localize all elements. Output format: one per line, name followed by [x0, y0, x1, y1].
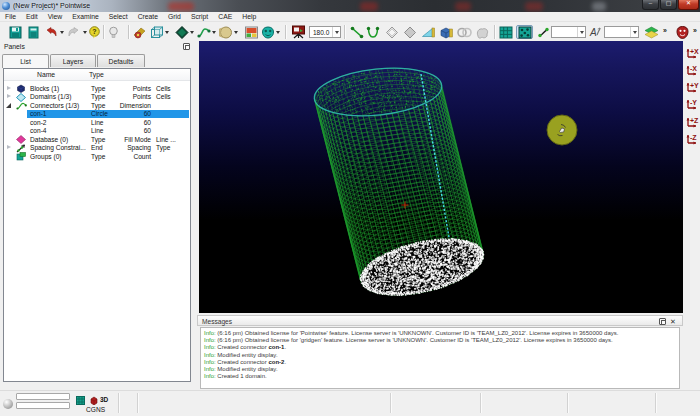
- connector-dimension-button[interactable]: [536, 25, 550, 39]
- log-entry: Info: Modified entity display.: [204, 366, 679, 373]
- two-point-connector-button[interactable]: [349, 25, 364, 39]
- collapse-icon[interactable]: [6, 103, 12, 109]
- menu-file[interactable]: File: [0, 12, 21, 22]
- shade-mode-dropdown[interactable]: [189, 25, 195, 39]
- menu-edit[interactable]: Edit: [21, 12, 43, 22]
- tree-row-database-0[interactable]: Database (0)TypeFill ModeLine ...: [4, 135, 190, 144]
- toolbar-overflow-chevron[interactable]: »: [693, 27, 697, 34]
- view-minus-z-button[interactable]: -Z: [684, 131, 699, 146]
- display-attributes-button[interactable]: [132, 25, 147, 39]
- tree-cell-name: Connectors (1/3): [30, 102, 79, 109]
- redo-button[interactable]: [66, 25, 82, 39]
- log-level: Info:: [204, 330, 217, 336]
- tree-cell-name: con-1: [30, 110, 47, 117]
- float-panel-icon[interactable]: [183, 43, 190, 50]
- view-minus-y-button[interactable]: -Y: [684, 96, 699, 111]
- svg-text:-Z: -Z: [690, 134, 697, 141]
- expand-icon[interactable]: [6, 86, 12, 92]
- rotation-angle-combo[interactable]: 180.0: [309, 26, 341, 38]
- column-header-name[interactable]: Name: [37, 71, 55, 78]
- chevron-down-icon[interactable]: [332, 27, 340, 37]
- view-minus-x-button[interactable]: -X: [684, 61, 699, 76]
- tree-row-connectors-1-3[interactable]: Connectors (1/3)TypeDimension: [4, 101, 190, 110]
- tree-row-blocks-1[interactable]: Blocks (1)TypePointsCells: [4, 84, 190, 93]
- menu-examine[interactable]: Examine: [67, 12, 103, 22]
- tree-row-groups-0[interactable]: Groups (0)TypeCount: [4, 152, 190, 161]
- solid-rings-button[interactable]: [456, 25, 473, 39]
- tree-row-con-1[interactable]: con-1Circle60: [4, 110, 190, 119]
- entity-sphere-dropdown[interactable]: [233, 25, 239, 39]
- chevron-down-icon[interactable]: [577, 27, 585, 37]
- display-mask-dropdown[interactable]: [275, 25, 281, 39]
- menu-help[interactable]: Help: [237, 12, 261, 22]
- entity-mask-button[interactable]: [675, 25, 689, 39]
- menu-cae[interactable]: CAE: [213, 12, 237, 22]
- messages-log[interactable]: Info: (6:16 pm) Obtained license for 'Po…: [200, 327, 680, 389]
- assemble-domain-button[interactable]: [420, 25, 437, 39]
- view-manager-dropdown[interactable]: [164, 25, 170, 39]
- light-source-button[interactable]: [106, 25, 121, 39]
- menu-grid[interactable]: Grid: [163, 12, 186, 22]
- dimension-combo[interactable]: [551, 26, 586, 38]
- status-field-2[interactable]: [16, 402, 70, 409]
- projection-button[interactable]: [290, 25, 306, 39]
- dimension-edit-button[interactable]: A: [589, 25, 602, 39]
- menu-create[interactable]: Create: [133, 12, 163, 22]
- shade-mode-button[interactable]: [174, 25, 189, 39]
- minimize-button[interactable]: –: [642, 0, 659, 10]
- log-entry: Info: Modified entity display.: [204, 352, 679, 359]
- menu-view[interactable]: View: [43, 12, 68, 22]
- layers-button[interactable]: [644, 25, 659, 39]
- tab-defaults[interactable]: Defaults: [97, 54, 145, 67]
- view-plus-y-button[interactable]: +Y: [684, 79, 699, 94]
- expand-icon[interactable]: [6, 145, 12, 151]
- svg-text:A: A: [589, 27, 597, 38]
- domain-fill-button[interactable]: [402, 25, 418, 39]
- assemble-block-button[interactable]: [438, 25, 455, 39]
- import-button[interactable]: [25, 25, 41, 39]
- help-button[interactable]: ?: [88, 25, 101, 39]
- view-plus-z-button[interactable]: +Z: [684, 113, 699, 128]
- view-plus-x-button[interactable]: +X: [684, 44, 699, 59]
- messages-panel: Messages ✕ Info: (6:16 pm) Obtained lice…: [197, 315, 683, 390]
- menu-script[interactable]: Script: [186, 12, 213, 22]
- tree-row-spacing-constrai[interactable]: Spacing Constrai...EndSpacingType: [4, 144, 190, 153]
- unstructured-domain-button[interactable]: [516, 25, 533, 39]
- toolbar-separator: [344, 25, 345, 39]
- close-button[interactable]: ✕: [678, 0, 699, 10]
- connector-display-dropdown[interactable]: [211, 25, 217, 39]
- display-mask-button[interactable]: [260, 25, 275, 39]
- solid-shape-button[interactable]: [474, 25, 491, 39]
- display-viewport[interactable]: [199, 41, 683, 313]
- view-manager-button[interactable]: [149, 25, 164, 39]
- average-spacing-combo[interactable]: [604, 26, 639, 38]
- toolbar-overflow-chevron[interactable]: »: [663, 27, 667, 34]
- structured-domain-button[interactable]: [498, 25, 514, 39]
- messages-titlebar[interactable]: Messages ✕: [197, 315, 683, 326]
- status-field-1[interactable]: [16, 393, 70, 400]
- title-bar[interactable]: (New Project)* Pointwise – ▢ ✕: [0, 0, 700, 12]
- save-button[interactable]: [7, 25, 23, 39]
- connector-display-button[interactable]: [196, 25, 211, 39]
- undo-button[interactable]: [42, 25, 59, 39]
- chevron-down-icon[interactable]: [630, 27, 638, 37]
- tree-row-domains-1-3[interactable]: Domains (1/3)TypePointsCells: [4, 93, 190, 102]
- expand-icon[interactable]: [6, 94, 12, 100]
- float-messages-icon[interactable]: [659, 318, 666, 325]
- tree-row-con-2[interactable]: con-2Line60: [4, 118, 190, 127]
- draft-curve-button[interactable]: [365, 25, 380, 39]
- undo-dropdown[interactable]: [59, 25, 65, 39]
- tree-cell-name: Spacing Constrai...: [30, 144, 86, 151]
- close-messages-icon[interactable]: ✕: [670, 318, 677, 325]
- menu-select[interactable]: Select: [104, 12, 133, 22]
- tab-list[interactable]: List: [2, 54, 49, 68]
- tree-row-con-4[interactable]: con-4Line60: [4, 127, 190, 136]
- entity-sphere-button[interactable]: [218, 25, 233, 39]
- domain-outline-button[interactable]: [384, 25, 400, 39]
- tree-cell-type: End: [91, 144, 103, 151]
- column-header-type[interactable]: Type: [89, 71, 104, 78]
- colormap-button[interactable]: [244, 25, 258, 39]
- tab-layers[interactable]: Layers: [50, 54, 96, 67]
- maximize-button[interactable]: ▢: [660, 0, 677, 10]
- toolbar-separator: [103, 25, 104, 39]
